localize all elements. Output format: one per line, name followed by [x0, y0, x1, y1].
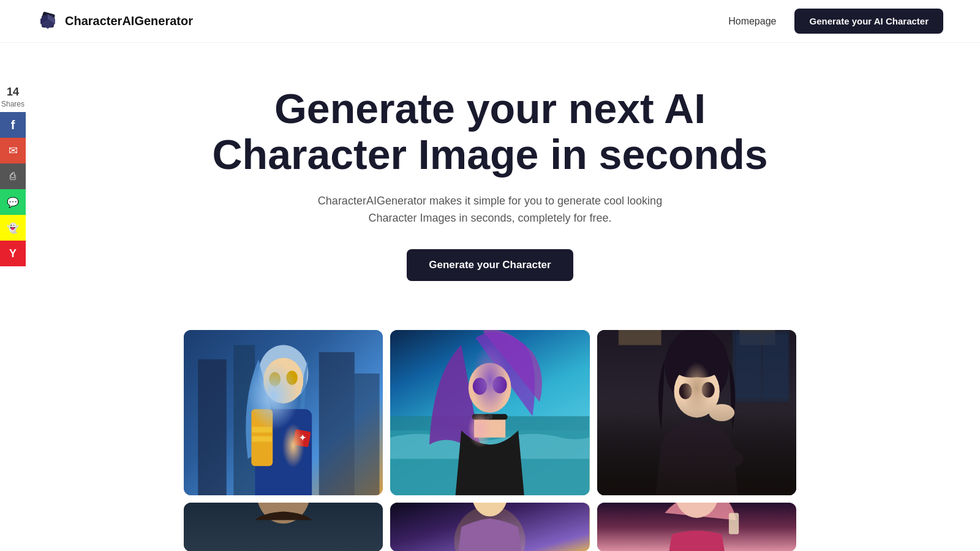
image-card-1: ✦	[184, 330, 383, 495]
svg-rect-10	[355, 373, 380, 495]
image-anime-blue: ✦	[184, 330, 383, 495]
svg-rect-20	[252, 437, 273, 442]
svg-point-41	[707, 448, 743, 470]
svg-point-25	[469, 363, 511, 413]
svg-rect-34	[736, 334, 761, 399]
facebook-share-button[interactable]: f	[0, 112, 26, 138]
hero-section: Generate your next AI Character Image in…	[0, 43, 980, 312]
yammer-icon: Y	[9, 247, 17, 260]
svg-point-37	[674, 365, 719, 418]
svg-rect-21	[390, 330, 589, 495]
svg-rect-19	[252, 427, 273, 432]
homepage-link[interactable]: Homepage	[728, 16, 776, 27]
svg-rect-9	[319, 352, 355, 495]
image-card-6	[597, 503, 796, 551]
hero-title: Generate your next AI Character Image in…	[123, 86, 858, 178]
share-label: Shares	[1, 100, 24, 108]
image-anime-pink	[597, 503, 796, 551]
share-count: 14	[7, 86, 19, 99]
print-share-button[interactable]: ⎙	[0, 163, 26, 189]
nav-right: Homepage Generate your AI Character	[728, 9, 943, 34]
snapchat-icon: 👻	[7, 222, 19, 234]
image-anime-purple	[390, 330, 589, 495]
nav-cta-button[interactable]: Generate your AI Character	[794, 9, 943, 34]
svg-rect-17	[293, 429, 311, 448]
yammer-share-button[interactable]: Y	[0, 241, 26, 266]
hero-cta-button[interactable]: Generate your Character	[407, 249, 573, 281]
image-anime-dark	[597, 330, 796, 495]
svg-point-11	[258, 345, 308, 402]
image-man-dark	[184, 503, 383, 551]
svg-rect-35	[763, 334, 788, 399]
email-icon: ✉	[9, 144, 18, 157]
image-card-2	[390, 330, 589, 495]
hero-title-line1: Generate your next AI	[274, 85, 706, 132]
svg-point-29	[487, 414, 492, 420]
hero-title-line2: Character Image in seconds	[212, 131, 767, 178]
svg-rect-22	[390, 416, 589, 495]
svg-point-39	[701, 382, 714, 398]
snapchat-share-button[interactable]: 👻	[0, 215, 26, 241]
navbar: CharacterAIGenerator Homepage Generate y…	[0, 0, 980, 43]
svg-rect-8	[233, 345, 255, 495]
svg-point-36	[665, 330, 729, 405]
svg-text:✦: ✦	[299, 433, 306, 443]
logo-icon	[37, 10, 59, 32]
svg-rect-28	[472, 414, 508, 420]
svg-point-27	[493, 377, 507, 394]
sidebar-share: 14 Shares f ✉ ⎙ 💬 👻 Y	[0, 86, 26, 266]
svg-rect-23	[390, 430, 589, 495]
image-card-5	[390, 503, 589, 551]
facebook-icon: f	[11, 118, 15, 132]
image-anime-gold	[390, 503, 589, 551]
svg-rect-33	[732, 331, 789, 402]
svg-rect-31	[619, 330, 662, 345]
image-grid: ✦	[0, 312, 980, 551]
svg-rect-32	[739, 330, 775, 345]
svg-rect-6	[184, 330, 383, 495]
svg-rect-24	[474, 416, 505, 438]
whatsapp-share-button[interactable]: 💬	[0, 189, 26, 215]
image-card-3	[597, 330, 796, 495]
svg-rect-7	[198, 359, 226, 495]
print-icon: ⎙	[10, 171, 16, 182]
logo-text: CharacterAIGenerator	[65, 14, 193, 28]
svg-point-38	[679, 384, 692, 400]
whatsapp-icon: 💬	[7, 197, 19, 208]
svg-rect-50	[729, 513, 739, 534]
svg-point-40	[709, 404, 734, 421]
image-card-4	[184, 503, 383, 551]
svg-rect-30	[597, 330, 796, 495]
svg-point-16	[286, 371, 298, 385]
svg-point-14	[263, 358, 303, 403]
hero-subtitle: CharacterAIGenerator makes it simple for…	[123, 192, 858, 228]
email-share-button[interactable]: ✉	[0, 138, 26, 163]
svg-point-15	[269, 372, 281, 386]
svg-point-26	[473, 378, 487, 395]
logo[interactable]: CharacterAIGenerator	[37, 10, 193, 32]
svg-rect-13	[251, 409, 273, 466]
svg-rect-12	[255, 409, 312, 495]
